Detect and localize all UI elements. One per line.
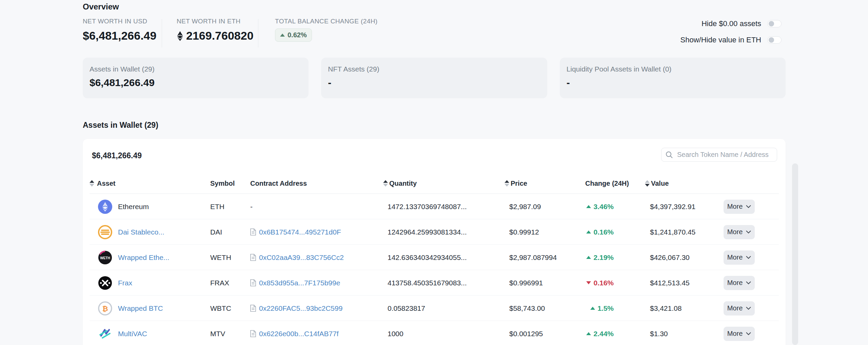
- symbol-cell: ETH: [210, 203, 224, 211]
- table-row-weth: WETH Wrapped Ethe... WETH 0xC02aaA39...8…: [83, 245, 786, 270]
- column-header-price[interactable]: Price: [505, 180, 527, 187]
- symbol-cell: WBTC: [210, 304, 231, 312]
- more-button[interactable]: More: [724, 327, 755, 341]
- value-cell: $426,067.30: [650, 253, 690, 262]
- net-worth-eth: NET WORTH IN ETH 2169.760820: [177, 18, 254, 42]
- column-header-value[interactable]: Value: [645, 180, 669, 187]
- card-label: NFT Assets (29): [328, 65, 540, 73]
- hide-zero-assets-toggle[interactable]: [767, 20, 782, 27]
- more-cell: More: [724, 200, 755, 214]
- price-cell: $0.001295: [509, 330, 543, 338]
- chevron-down-icon: [746, 281, 751, 284]
- contract-address: 0x853d955a...7F175b99e: [259, 279, 340, 287]
- column-label: Quantity: [389, 180, 417, 187]
- table-row-wbtc: ₿ Wrapped BTC WBTC 0x2260FAC5...93bc2C59…: [83, 296, 786, 321]
- value-cell: $412,513.45: [650, 279, 690, 287]
- more-cell: More: [724, 276, 755, 290]
- contract-cell[interactable]: 0x6226e00b...C14fAB77f: [250, 330, 339, 338]
- card-value: $6,481,266.49: [90, 77, 302, 88]
- table-header: Asset Symbol Contract Address Quantity P…: [83, 173, 786, 194]
- change-value: 3.46%: [593, 203, 614, 211]
- balance-change-label: TOTAL BALANCE CHANGE (24H): [275, 18, 378, 25]
- sort-icon: [645, 180, 650, 187]
- search-input[interactable]: [661, 148, 777, 162]
- change-cell: 2.44%: [585, 330, 614, 338]
- more-cell: More: [724, 250, 755, 265]
- portfolio-overview-page: Overview NET WORTH IN USD $6,481,266.49 …: [0, 0, 868, 345]
- table-row-ethereum: Ethereum ETH - 1472.13370369748087... $2…: [83, 194, 786, 219]
- contract-address: 0x6B175474...495271d0F: [259, 228, 341, 236]
- quantity-cell: 142.636340342934055...: [388, 253, 467, 262]
- show-hide-eth-value-row: Show/Hide value in ETH: [680, 36, 782, 44]
- contract-cell[interactable]: 0x853d955a...7F175b99e: [250, 279, 340, 287]
- eth-token-icon: [98, 200, 112, 214]
- more-button[interactable]: More: [724, 276, 755, 290]
- divider: [162, 19, 162, 47]
- net-worth-eth-value: 2169.760820: [186, 29, 254, 42]
- asset-cell: Frax: [98, 276, 132, 290]
- symbol-cell: MTV: [210, 330, 225, 338]
- more-label: More: [727, 330, 743, 338]
- more-button[interactable]: More: [724, 200, 755, 214]
- change-cell: 3.46%: [585, 203, 614, 211]
- down-triangle-icon: [586, 281, 591, 284]
- quantity-cell: 1000: [388, 330, 403, 338]
- change-cell: 0.16%: [585, 228, 614, 236]
- table-row-dai: Dai Stableco... DAI 0x6B175474...495271d…: [83, 219, 786, 245]
- change-cell: 2.19%: [585, 253, 614, 262]
- card-value: -: [328, 77, 540, 88]
- net-worth-eth-value-row: 2169.760820: [177, 29, 254, 42]
- price-cell: $0.99912: [509, 228, 539, 236]
- column-header-quantity[interactable]: Quantity: [383, 180, 417, 187]
- column-header-contract-address: Contract Address: [250, 180, 307, 187]
- table-scrollbar[interactable]: [792, 163, 798, 345]
- document-icon: [250, 254, 256, 261]
- more-label: More: [727, 228, 743, 236]
- mtv-token-icon: [98, 327, 112, 341]
- value-cell: $3,421.08: [650, 304, 682, 312]
- contract-address: -: [250, 203, 253, 211]
- column-header-asset[interactable]: Asset: [90, 180, 115, 187]
- price-cell: $2,987.087994: [509, 253, 557, 262]
- more-button[interactable]: More: [724, 250, 755, 265]
- symbol-cell: FRAX: [210, 279, 229, 287]
- card-liquidity-pool-assets: Liquidity Pool Assets in Wallet (0) -: [560, 58, 786, 98]
- toggle-knob: [769, 21, 774, 26]
- chevron-down-icon: [746, 256, 751, 259]
- quantity-cell: 1242964.25993081334...: [388, 228, 467, 236]
- quantity-cell: 0.05823817: [388, 304, 425, 312]
- token-name-link[interactable]: Dai Stableco...: [118, 228, 164, 236]
- token-search: [661, 148, 777, 162]
- more-label: More: [727, 304, 743, 312]
- token-name-link[interactable]: Wrapped BTC: [118, 304, 163, 312]
- value-cell: $1.30: [650, 330, 668, 338]
- change-value: 2.19%: [593, 253, 614, 262]
- show-hide-eth-value-toggle[interactable]: [767, 36, 782, 44]
- token-name-link[interactable]: Wrapped Ethe...: [118, 253, 169, 262]
- quantity-cell: 413758.450351679083...: [388, 279, 467, 287]
- asset-cell: Ethereum: [98, 200, 149, 214]
- show-hide-eth-value-label: Show/Hide value in ETH: [680, 36, 761, 44]
- contract-cell[interactable]: 0xC02aaA39...83C756Cc2: [250, 253, 344, 262]
- more-button[interactable]: More: [724, 225, 755, 239]
- card-value: -: [567, 77, 779, 88]
- token-name-link[interactable]: Frax: [118, 279, 132, 287]
- chevron-down-icon: [746, 205, 751, 208]
- balance-change-value: 0.62%: [288, 31, 307, 39]
- document-icon: [250, 228, 256, 236]
- search-icon: [665, 151, 673, 160]
- sort-icon: [383, 180, 388, 187]
- wbtc-token-icon: ₿: [98, 301, 112, 316]
- more-button[interactable]: More: [724, 301, 755, 316]
- price-cell: $58,743.00: [509, 304, 545, 312]
- contract-cell[interactable]: 0x2260FAC5...93bc2C599: [250, 304, 342, 312]
- net-worth-usd: NET WORTH IN USD $6,481,266.49: [83, 18, 156, 42]
- contract-address: 0x6226e00b...C14fAB77f: [259, 330, 339, 338]
- hide-zero-assets-label: Hide $0.00 assets: [702, 19, 761, 28]
- contract-cell[interactable]: 0x6B175474...495271d0F: [250, 228, 341, 236]
- ethereum-diamond-icon: [177, 31, 183, 41]
- token-name-link[interactable]: MultiVAC: [118, 330, 147, 338]
- weth-token-icon: WETH: [98, 250, 112, 265]
- contract-cell: -: [250, 203, 253, 211]
- change-value: 0.16%: [593, 228, 614, 236]
